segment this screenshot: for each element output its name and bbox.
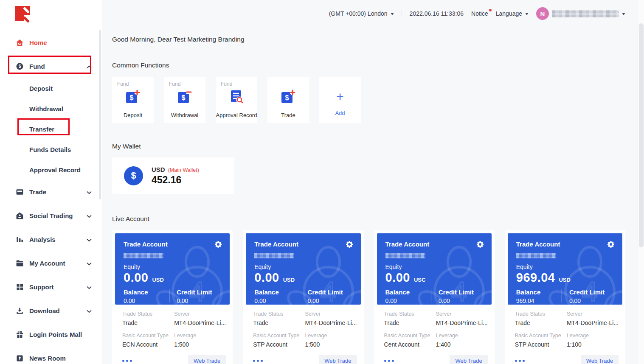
leverage-value: 1:100 <box>567 341 619 348</box>
subitem-label: Withdrawal <box>29 105 63 112</box>
sidebar-scrollbar-thumb[interactable] <box>99 30 101 199</box>
equity-currency: USD <box>283 277 295 283</box>
account-number-redacted <box>385 253 425 258</box>
add-function-card[interactable]: + Add <box>319 77 361 123</box>
sidebar-menu: Home $ Fund Deposit Withdrawal Transfer … <box>0 31 102 364</box>
chevron-up-icon <box>87 63 92 70</box>
account-card-header: 4 Trade Account Equity 969.04 USD <box>508 233 622 305</box>
chevron-down-icon <box>87 283 92 291</box>
sidebar-item-fund[interactable]: $ Fund <box>0 54 102 78</box>
equity-value: 0.00 <box>254 271 279 285</box>
add-label: Add <box>335 110 345 116</box>
function-card-approval-record[interactable]: Fund Approval Record <box>216 77 257 123</box>
sidebar-item-label: Trade <box>29 188 87 196</box>
balance-label: Balance <box>516 288 562 296</box>
sidebar-item-label: Fund <box>29 63 87 70</box>
balance-value: 969.04 <box>516 297 562 304</box>
sidebar-item-login-points-mall[interactable]: Login Points Mall <box>0 322 102 346</box>
sidebar-item-label: Social Trading <box>29 212 87 219</box>
wallet-currency: USD <box>152 166 165 173</box>
sidebar-item-news-room[interactable]: News Room <box>0 346 102 364</box>
sidebar-item-label: My Account <box>29 260 87 267</box>
more-dots-icon[interactable] <box>253 358 263 364</box>
language-selector[interactable]: Language <box>496 10 529 17</box>
balance-label: Balance <box>385 288 431 296</box>
gear-icon[interactable] <box>607 241 615 250</box>
account-card-info: Trade Status Trade Server MT4-DooPrime-L… <box>246 311 360 364</box>
server-label: Server <box>305 311 357 317</box>
function-card-withdrawal[interactable]: Fund $ Withdrawal <box>164 77 205 123</box>
gear-icon[interactable] <box>214 241 222 250</box>
sidebar-subitem-approval-record[interactable]: Approval Record <box>0 160 102 180</box>
trade-status-label: Trade Status <box>122 311 174 317</box>
sidebar-item-label: Home <box>29 39 92 46</box>
web-trade-button[interactable]: Web Trade <box>581 355 619 364</box>
function-card-label: Trade <box>267 112 309 118</box>
approval-doc-search-icon <box>216 88 257 105</box>
fund-submenu: Deposit Withdrawal Transfer Funds Detail… <box>0 78 102 180</box>
sidebar-item-home[interactable]: Home <box>0 31 102 54</box>
wallet-dollar-circle-icon: $ <box>124 166 143 185</box>
notice-link[interactable]: Notice <box>471 10 488 17</box>
common-functions-title: Common Functions <box>112 62 625 69</box>
account-card-header: 4 Trade Account Equity 0.00 USD <box>246 233 360 305</box>
user-name-redacted <box>552 10 619 17</box>
function-card-label: Approval Record <box>216 112 257 118</box>
sidebar-item-social-trading[interactable]: Social Trading <box>0 204 102 227</box>
gear-icon[interactable] <box>476 241 484 250</box>
common-functions-row: Fund $ Deposit Fund $ <box>112 77 625 123</box>
sidebar-item-support[interactable]: Support <box>0 275 102 299</box>
sidebar-subitem-funds-details[interactable]: Funds Details <box>0 139 102 160</box>
account-number-redacted <box>254 253 294 258</box>
account-card-title: Trade Account <box>254 241 298 248</box>
add-plus-icon: + <box>336 90 344 103</box>
caret-down-icon <box>391 13 394 15</box>
sidebar-subitem-deposit[interactable]: Deposit <box>0 78 102 98</box>
sidebar-item-analysis[interactable]: Analysis <box>0 227 102 251</box>
leverage-label: Leverage <box>567 333 619 339</box>
server-value: MT4-DooPrime-Li... <box>567 319 619 326</box>
equity-value: 0.00 <box>385 271 410 285</box>
balance-value: 0.00 <box>385 297 431 304</box>
brand-logo-icon[interactable] <box>14 5 34 25</box>
web-trade-button[interactable]: Web Trade <box>450 355 487 364</box>
user-menu[interactable]: N <box>536 7 625 20</box>
web-trade-button[interactable]: Web Trade <box>188 355 226 364</box>
more-dots-icon[interactable] <box>122 358 132 364</box>
function-card-label: Deposit <box>112 112 154 118</box>
function-card-deposit[interactable]: Fund $ Deposit <box>112 77 154 123</box>
sidebar-item-label: Analysis <box>29 236 87 243</box>
page-scrollbar-thumb[interactable] <box>639 23 644 247</box>
credit-limit-label: Credit Limit <box>177 288 222 296</box>
page-scrollbar[interactable] <box>638 0 644 364</box>
leverage-label: Leverage <box>436 333 488 339</box>
timezone-selector[interactable]: (GMT +00:00) London <box>329 10 394 17</box>
account-number-redacted <box>124 253 163 258</box>
more-dots-icon[interactable] <box>515 358 525 364</box>
trade-status-value: Trade <box>515 319 567 326</box>
topbar-divider <box>402 10 402 17</box>
equity-currency: USD <box>152 277 163 283</box>
live-account-title: Live Account <box>112 215 625 223</box>
wallet-card[interactable]: $ USD (Main Wallet) 452.16 <box>112 157 234 194</box>
account-card: 4 Trade Account Equity 0.00 USC <box>374 230 495 364</box>
function-card-category: Fund <box>221 81 232 87</box>
server-value: MT4-DooPrime-Li... <box>174 319 226 326</box>
sidebar-subitem-transfer[interactable]: Transfer <box>0 119 102 139</box>
sidebar-item-trade[interactable]: Trade <box>0 180 102 204</box>
sidebar-item-my-account[interactable]: My Account <box>0 251 102 275</box>
server-label: Server <box>174 311 226 317</box>
function-card-trade[interactable]: $ Trade <box>267 77 309 123</box>
web-trade-button[interactable]: Web Trade <box>319 355 357 364</box>
chevron-down-icon <box>87 236 92 243</box>
download-icon <box>15 306 24 315</box>
account-type-value: ECN Account <box>122 341 174 348</box>
chevron-down-icon <box>87 307 92 314</box>
equity-currency: USD <box>559 277 570 283</box>
live-account-row: 4 Trade Account Equity 0.00 USD <box>112 230 625 364</box>
sidebar-subitem-withdrawal[interactable]: Withdrawal <box>0 98 102 119</box>
gear-icon[interactable] <box>346 241 353 250</box>
more-dots-icon[interactable] <box>384 358 394 364</box>
sidebar-item-download[interactable]: Download <box>0 299 102 322</box>
account-card-title: Trade Account <box>385 241 430 248</box>
